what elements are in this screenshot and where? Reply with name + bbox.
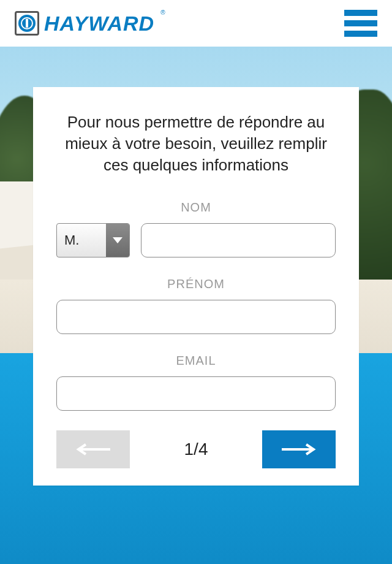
arrow-right-icon <box>279 443 318 455</box>
label-prenom: PRÉNOM <box>56 277 336 291</box>
brand-name: HAYWARD <box>44 12 154 36</box>
field-group-prenom: PRÉNOM <box>56 277 336 334</box>
prev-button[interactable] <box>56 430 130 468</box>
pager: 1/4 <box>184 440 208 459</box>
arrow-left-icon <box>74 443 113 455</box>
label-nom: NOM <box>56 200 336 215</box>
menu-icon[interactable] <box>344 10 377 37</box>
svg-marker-0 <box>113 237 123 243</box>
brand-registered: ® <box>160 9 165 16</box>
chevron-down-icon <box>106 224 129 257</box>
form-card: Pour nous permettre de répondre au mieux… <box>33 87 359 486</box>
nom-input[interactable] <box>141 223 336 257</box>
prenom-input[interactable] <box>56 300 336 334</box>
brand-logo[interactable]: HAYWARD ® <box>15 11 164 36</box>
next-button[interactable] <box>262 430 336 468</box>
form-nav: 1/4 <box>56 430 336 468</box>
field-group-email: EMAIL <box>56 354 336 411</box>
brand-logo-mark <box>15 11 39 36</box>
form-intro: Pour nous permettre de répondre au mieux… <box>56 112 336 176</box>
email-input[interactable] <box>56 376 336 411</box>
field-group-nom: NOM M. <box>56 200 336 257</box>
background-image: Pour nous permettre de répondre au mieux… <box>0 47 392 564</box>
header: HAYWARD ® <box>0 0 392 47</box>
label-email: EMAIL <box>56 354 336 368</box>
title-select-value: M. <box>57 224 106 257</box>
title-select[interactable]: M. <box>56 223 130 257</box>
